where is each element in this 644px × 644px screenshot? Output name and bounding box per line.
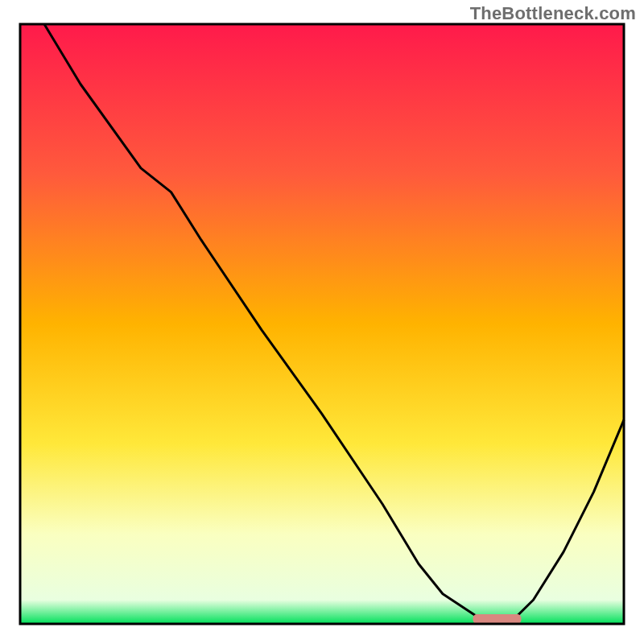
plot-background: [20, 24, 624, 624]
watermark-text: TheBottleneck.com: [470, 3, 636, 24]
optimum-marker: [473, 614, 522, 624]
chart-container: TheBottleneck.com: [0, 0, 644, 644]
chart-svg: [0, 0, 644, 644]
